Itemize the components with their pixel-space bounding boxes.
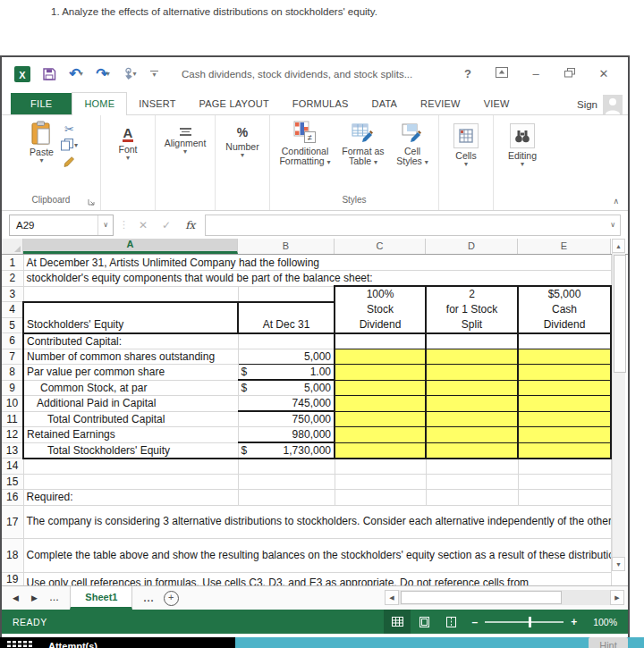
row-header-13[interactable]: 13 — [2, 442, 23, 459]
row-header-5[interactable]: 5 — [2, 317, 23, 333]
cell-E6[interactable] — [518, 333, 611, 349]
customize-quick-access-button[interactable]: ▾ — [150, 71, 158, 77]
cell-E3[interactable]: $5,000 — [518, 286, 611, 302]
cell-E11[interactable] — [518, 411, 611, 427]
cell-D10[interactable] — [426, 396, 518, 412]
cell-C4[interactable]: Stock — [335, 302, 426, 318]
name-box-dropdown[interactable]: ∨ — [97, 215, 113, 235]
row-header-11[interactable]: 11 — [2, 411, 23, 427]
cell-E8[interactable] — [518, 365, 611, 381]
cell-E7[interactable] — [518, 349, 611, 365]
cell-A9[interactable]: Common Stock, at par — [23, 380, 238, 396]
column-header-b[interactable]: B — [238, 239, 335, 254]
cell-D15[interactable] — [426, 474, 518, 490]
cell-B11[interactable]: 750,000 — [238, 411, 335, 427]
sheet-next-button[interactable]: ▶ — [31, 593, 38, 602]
sign-in-button[interactable]: Sign — [577, 95, 628, 114]
add-sheet-button[interactable]: + — [164, 591, 179, 606]
normal-view-button[interactable] — [384, 610, 411, 634]
row-header-2[interactable]: 2 — [2, 271, 23, 287]
cell-A13[interactable]: Total Stockholders' Equity — [23, 442, 238, 459]
cell-A6[interactable]: Contributed Capital: — [23, 333, 238, 349]
row-header-16[interactable]: 16 — [2, 490, 23, 506]
cell-E5[interactable]: Dividend — [518, 317, 611, 333]
number-button[interactable]: % Number ▾ — [220, 119, 264, 160]
tab-home[interactable]: HOME — [72, 92, 127, 115]
name-box[interactable]: A29 ∨ — [9, 215, 114, 236]
cell-A15[interactable] — [23, 474, 238, 490]
cell-C15[interactable] — [335, 474, 426, 490]
cell-C12[interactable] — [335, 427, 426, 443]
vertical-scroll-track[interactable] — [612, 253, 625, 557]
tab-file[interactable]: FILE — [11, 93, 72, 114]
row-header-1[interactable]: 1 — [2, 255, 23, 271]
row-header-8[interactable]: 8 — [2, 365, 23, 381]
scroll-left-button[interactable]: ◀ — [385, 590, 399, 605]
alignment-button[interactable]: Alignment ▾ — [159, 119, 212, 156]
copy-button[interactable]: ▾ — [61, 139, 78, 151]
cell-C14[interactable] — [335, 459, 426, 475]
row-header-17[interactable]: 17 — [2, 505, 23, 538]
cell-B16[interactable] — [238, 490, 335, 506]
row-header-3[interactable]: 3 — [2, 286, 23, 302]
row-header-6[interactable]: 6 — [2, 333, 23, 349]
insert-function-button[interactable]: fx — [181, 219, 199, 231]
close-button[interactable]: ✕ — [589, 67, 619, 80]
cell-A2[interactable]: stockholder's equity components that wou… — [23, 271, 611, 287]
row-header-19[interactable]: 19 — [2, 572, 23, 586]
cell-A4[interactable] — [23, 302, 238, 318]
row-header-9[interactable]: 9 — [2, 380, 23, 396]
redo-button[interactable]: ↷▾ — [91, 67, 114, 81]
cell-C3[interactable]: 100% — [335, 286, 426, 302]
undo-button[interactable]: ↶▾ — [64, 67, 88, 81]
spreadsheet[interactable]: 1At December 31, Artists Unlimited Compa… — [2, 255, 612, 586]
cell-D3[interactable]: 2 — [426, 286, 518, 302]
cancel-entry-button[interactable]: ✕ — [134, 219, 152, 231]
cell-B6[interactable] — [238, 333, 335, 349]
vertical-scroll-thumb[interactable] — [614, 255, 626, 373]
cell-D11[interactable] — [426, 411, 518, 427]
row-header-10[interactable]: 10 — [2, 396, 23, 412]
cell-C11[interactable] — [335, 411, 426, 427]
scroll-right-button[interactable]: ▶ — [610, 590, 624, 605]
cell-D16[interactable] — [426, 490, 518, 506]
column-header-c[interactable]: C — [335, 239, 426, 254]
cell-A8[interactable]: Par value per common share — [23, 365, 238, 381]
cell-A7[interactable]: Number of common shares outstanding — [23, 349, 238, 365]
cell-C16[interactable] — [335, 490, 426, 506]
cell-C6[interactable] — [335, 333, 426, 349]
collapse-ribbon-button[interactable]: ∧ — [613, 197, 619, 206]
cell-C13[interactable] — [335, 442, 426, 459]
cell-C7[interactable] — [335, 349, 426, 365]
cell-A16[interactable]: Required: — [23, 490, 238, 506]
cell-B4[interactable] — [238, 302, 335, 318]
row-header-15[interactable]: 15 — [2, 474, 23, 490]
zoom-slider[interactable] — [485, 621, 564, 623]
cell-D12[interactable] — [426, 427, 518, 443]
sheet-prev-button[interactable]: ◀ — [13, 593, 19, 602]
cell-A5[interactable]: Stockholders' Equity — [23, 317, 238, 333]
cell-A11[interactable]: Total Contributed Capital — [23, 411, 238, 427]
column-header-d[interactable]: D — [426, 239, 518, 254]
cell-E9[interactable] — [518, 380, 611, 396]
cell-A17[interactable]: The company is considering 3 alternative… — [23, 505, 611, 538]
vertical-scrollbar[interactable]: ▲ ▼ — [612, 239, 625, 585]
sheet-overflow-left[interactable]: ... — [50, 593, 60, 602]
cell-D14[interactable] — [426, 459, 518, 475]
cell-B7[interactable]: 5,000 — [238, 349, 335, 365]
cell-E4[interactable]: Cash — [518, 302, 611, 318]
formula-bar-expand[interactable]: ∨ — [606, 221, 620, 229]
cell-B10[interactable]: 745,000 — [238, 396, 335, 412]
hint-button[interactable]: Hint — [589, 637, 628, 648]
cell-D9[interactable] — [426, 380, 518, 396]
cell-D4[interactable]: for 1 Stock — [426, 302, 518, 318]
page-break-view-button[interactable] — [437, 610, 464, 634]
cell-E13[interactable] — [518, 442, 611, 459]
cell-A1[interactable]: At December 31, Artists Unlimited Compan… — [23, 255, 611, 271]
conditional-formatting-button[interactable]: ≠ Conditional Formatting ▾ — [275, 119, 335, 168]
cell-A19[interactable]: Use only cell references in formulas. Us… — [23, 572, 611, 586]
cell-B3[interactable] — [238, 286, 335, 302]
tab-formulas[interactable]: FORMULAS — [281, 93, 360, 114]
editing-button[interactable]: Editing ▾ — [503, 119, 542, 169]
cell-C5[interactable]: Dividend — [335, 317, 426, 333]
